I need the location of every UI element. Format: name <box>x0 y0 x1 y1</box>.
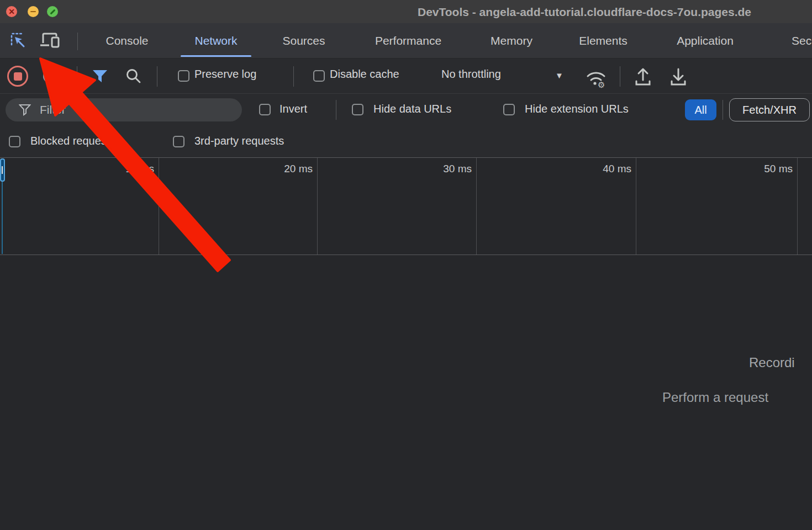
hide-data-urls-checkbox[interactable] <box>352 104 363 115</box>
import-har-button[interactable] <box>633 66 653 87</box>
tab-console[interactable]: Console <box>95 23 159 58</box>
svg-text:⚙: ⚙ <box>598 80 605 88</box>
request-type-all-chip[interactable]: All <box>685 99 716 120</box>
tabbar-divider <box>77 33 78 50</box>
hide-extension-urls-checkbox[interactable] <box>503 104 515 115</box>
toggle-device-toolbar-button[interactable] <box>39 29 62 51</box>
window-title: DevTools - angela-add-tutorial.cloudflar… <box>418 4 812 20</box>
close-icon: ✕ <box>8 8 15 15</box>
more-filters-row <box>0 126 812 157</box>
third-party-requests-checkbox[interactable] <box>173 136 184 147</box>
tab-security[interactable]: Security <box>777 23 812 58</box>
empty-state-instruction-text: Perform a request <box>662 390 768 405</box>
filterbar-divider <box>723 100 723 120</box>
fullscreen-icon <box>50 9 55 14</box>
third-party-requests-label[interactable]: 3rd-party requests <box>194 135 284 147</box>
filter-toggle-button[interactable] <box>92 70 108 83</box>
inspect-cursor-icon <box>9 31 27 49</box>
timeline-tick-40ms: 40 ms <box>603 163 631 175</box>
chevron-down-icon[interactable]: ▼ <box>555 71 563 80</box>
export-har-button[interactable] <box>668 66 688 87</box>
timeline-tick-20ms: 20 ms <box>284 163 313 175</box>
preserve-log-checkbox[interactable] <box>178 70 189 82</box>
hide-data-urls-label[interactable]: Hide data URLs <box>373 103 451 115</box>
stop-recording-button[interactable] <box>7 66 28 87</box>
blocked-requests-checkbox[interactable] <box>9 136 20 147</box>
download-icon <box>668 66 688 87</box>
blocked-requests-label[interactable]: Blocked requests <box>30 135 115 147</box>
network-overview-timeline[interactable] <box>0 157 812 255</box>
filterbar-divider <box>336 100 336 120</box>
window-titlebar: ✕ DevTools - angela-add-tutorial.cloudfl… <box>0 0 812 23</box>
upload-icon <box>633 66 653 87</box>
timeline-gridline <box>476 158 477 255</box>
toolbar-divider <box>157 66 157 87</box>
preserve-log-label[interactable]: Preserve log <box>194 68 256 81</box>
record-stop-icon <box>14 72 22 81</box>
wifi-gear-icon: ⚙ <box>583 66 609 88</box>
search-icon <box>125 67 143 85</box>
timeline-tick-10ms: 10 ms <box>125 163 154 175</box>
invert-label[interactable]: Invert <box>280 103 307 115</box>
network-toolbar: Preserve log Disable cache No throttling… <box>0 59 812 94</box>
hide-extension-urls-label[interactable]: Hide extension URLs <box>525 103 629 115</box>
minimize-window-button[interactable] <box>28 6 39 17</box>
funnel-icon <box>92 70 108 83</box>
toolbar-divider <box>620 66 620 87</box>
tab-sources[interactable]: Sources <box>272 23 336 58</box>
timeline-tick-30ms: 30 ms <box>443 163 472 175</box>
clear-network-log-button[interactable] <box>43 69 57 83</box>
timeline-gridline <box>797 158 798 255</box>
timeline-gridline <box>159 158 159 255</box>
network-conditions-button[interactable]: ⚙ <box>583 66 609 88</box>
toolbar-divider <box>293 66 294 87</box>
timeline-gridline <box>317 158 318 255</box>
search-button[interactable] <box>125 67 143 85</box>
invert-checkbox[interactable] <box>259 104 271 115</box>
tab-application[interactable]: Application <box>662 23 748 58</box>
filter-funnel-outline-icon <box>19 104 31 116</box>
inspect-element-button[interactable] <box>7 29 30 51</box>
tab-network[interactable]: Network <box>178 23 254 58</box>
throttling-select[interactable]: No throttling <box>441 68 501 81</box>
toolbar-divider <box>77 66 77 87</box>
empty-state-recording-text: Recordi <box>749 355 795 370</box>
disable-cache-label[interactable]: Disable cache <box>330 68 399 81</box>
filter-input-wrapper[interactable] <box>6 98 242 121</box>
disable-cache-checkbox[interactable] <box>313 70 325 82</box>
timeline-tick-50ms: 50 ms <box>764 163 793 175</box>
tab-performance[interactable]: Performance <box>359 23 457 58</box>
close-window-button[interactable]: ✕ <box>6 6 17 17</box>
minimize-icon <box>30 11 36 13</box>
zoom-window-button[interactable] <box>47 6 58 17</box>
tab-memory[interactable]: Memory <box>479 23 544 58</box>
filter-input[interactable] <box>40 103 217 116</box>
tab-elements[interactable]: Elements <box>567 23 639 58</box>
devtools-tab-bar: Console Network Sources Performance Memo… <box>0 23 812 59</box>
device-toolbar-icon <box>39 31 61 50</box>
timeline-gridline <box>636 158 636 255</box>
overview-drag-handle[interactable] <box>0 158 5 182</box>
request-type-fetch-xhr-chip[interactable]: Fetch/XHR <box>729 98 810 121</box>
